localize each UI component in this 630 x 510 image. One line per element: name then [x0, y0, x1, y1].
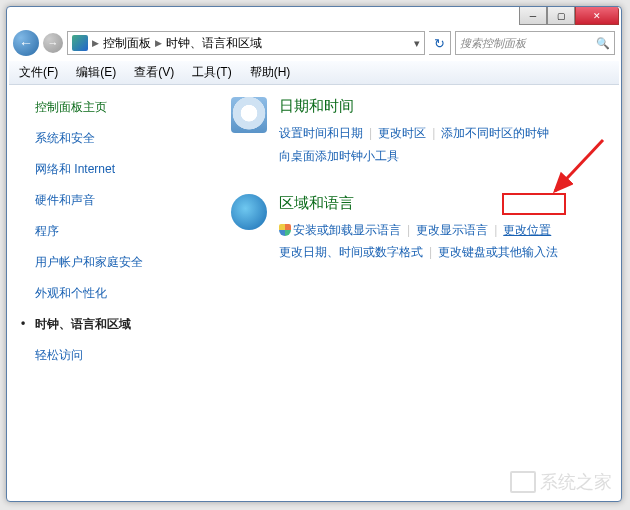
- task-link[interactable]: 添加不同时区的时钟: [441, 126, 549, 140]
- menu-view[interactable]: 查看(V): [134, 64, 174, 81]
- sidebar-item-6[interactable]: 时钟、语言和区域: [21, 316, 201, 333]
- separator: |: [494, 223, 497, 237]
- refresh-button[interactable]: ↻: [429, 31, 451, 55]
- nav-back-button[interactable]: ←: [13, 30, 39, 56]
- menu-edit[interactable]: 编辑(E): [76, 64, 116, 81]
- menu-help[interactable]: 帮助(H): [250, 64, 291, 81]
- sidebar-item-5[interactable]: 外观和个性化: [21, 285, 201, 302]
- chevron-right-icon: ▶: [155, 38, 162, 48]
- control-panel-icon: [72, 35, 88, 51]
- task-link[interactable]: 向桌面添加时钟小工具: [279, 149, 399, 163]
- chevron-right-icon: ▶: [92, 38, 99, 48]
- menu-file[interactable]: 文件(F): [19, 64, 58, 81]
- watermark: 系统之家: [510, 470, 612, 494]
- sidebar-item-7[interactable]: 轻松访问: [21, 347, 201, 364]
- sidebar-item-4[interactable]: 用户帐户和家庭安全: [21, 254, 201, 271]
- watermark-text: 系统之家: [540, 470, 612, 494]
- shield-icon: [279, 224, 291, 236]
- sidebar-item-0[interactable]: 系统和安全: [21, 130, 201, 147]
- main-panel: 日期和时间设置时间和日期|更改时区|添加不同时区的时钟向桌面添加时钟小工具区域和…: [213, 85, 619, 499]
- sidebar: 控制面板主页 系统和安全网络和 Internet硬件和声音程序用户帐户和家庭安全…: [9, 85, 213, 499]
- close-button[interactable]: ✕: [575, 7, 619, 25]
- sidebar-title[interactable]: 控制面板主页: [21, 99, 201, 116]
- globe-icon: [231, 194, 267, 230]
- sidebar-item-1[interactable]: 网络和 Internet: [21, 161, 201, 178]
- menu-tools[interactable]: 工具(T): [192, 64, 231, 81]
- search-placeholder: 搜索控制面板: [460, 36, 526, 51]
- category-links: 安装或卸载显示语言|更改显示语言|更改位置更改日期、时间或数字格式|更改键盘或其…: [279, 219, 601, 265]
- control-panel-window: ─ ▢ ✕ ← → ▶ 控制面板 ▶ 时钟、语言和区域 ▾ ↻ 搜索控制面板 🔍…: [6, 6, 622, 502]
- window-controls: ─ ▢ ✕: [519, 7, 619, 25]
- breadcrumb-current[interactable]: 时钟、语言和区域: [166, 35, 262, 52]
- category-1: 区域和语言安装或卸载显示语言|更改显示语言|更改位置更改日期、时间或数字格式|更…: [231, 194, 601, 265]
- separator: |: [407, 223, 410, 237]
- task-link[interactable]: 更改键盘或其他输入法: [438, 245, 558, 259]
- separator: |: [429, 245, 432, 259]
- breadcrumb-root[interactable]: 控制面板: [103, 35, 151, 52]
- chevron-down-icon[interactable]: ▾: [414, 37, 420, 50]
- task-link[interactable]: 更改日期、时间或数字格式: [279, 245, 423, 259]
- task-link[interactable]: 更改位置: [503, 223, 551, 237]
- category-title[interactable]: 日期和时间: [279, 97, 601, 116]
- watermark-logo: [510, 471, 536, 493]
- sidebar-item-2[interactable]: 硬件和声音: [21, 192, 201, 209]
- maximize-button[interactable]: ▢: [547, 7, 575, 25]
- category-title[interactable]: 区域和语言: [279, 194, 601, 213]
- task-link[interactable]: 更改显示语言: [416, 223, 488, 237]
- search-icon: 🔍: [596, 37, 610, 50]
- breadcrumb[interactable]: ▶ 控制面板 ▶ 时钟、语言和区域 ▾: [67, 31, 425, 55]
- task-link[interactable]: 安装或卸载显示语言: [293, 223, 401, 237]
- category-0: 日期和时间设置时间和日期|更改时区|添加不同时区的时钟向桌面添加时钟小工具: [231, 97, 601, 168]
- minimize-button[interactable]: ─: [519, 7, 547, 25]
- sidebar-item-3[interactable]: 程序: [21, 223, 201, 240]
- clock-icon: [231, 97, 267, 133]
- category-links: 设置时间和日期|更改时区|添加不同时区的时钟向桌面添加时钟小工具: [279, 122, 601, 168]
- content-area: 控制面板主页 系统和安全网络和 Internet硬件和声音程序用户帐户和家庭安全…: [9, 85, 619, 499]
- separator: |: [432, 126, 435, 140]
- address-bar: ← → ▶ 控制面板 ▶ 时钟、语言和区域 ▾ ↻ 搜索控制面板 🔍: [13, 29, 615, 57]
- separator: |: [369, 126, 372, 140]
- search-input[interactable]: 搜索控制面板 🔍: [455, 31, 615, 55]
- task-link[interactable]: 设置时间和日期: [279, 126, 363, 140]
- task-link[interactable]: 更改时区: [378, 126, 426, 140]
- menu-bar: 文件(F) 编辑(E) 查看(V) 工具(T) 帮助(H): [9, 61, 619, 85]
- nav-forward-button[interactable]: →: [43, 33, 63, 53]
